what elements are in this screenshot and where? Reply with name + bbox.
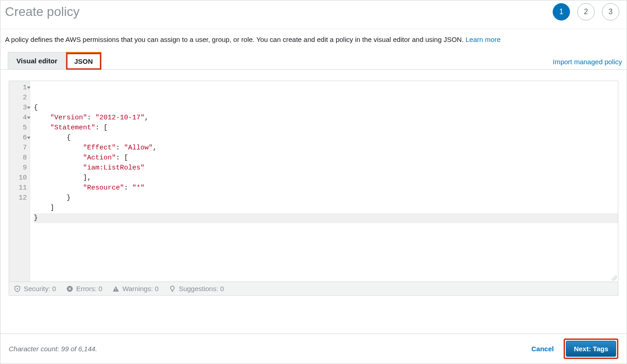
svg-point-0 bbox=[17, 288, 17, 288]
line-number: 11 bbox=[9, 183, 27, 193]
create-policy-page: Create policy 1 2 3 A policy defines the… bbox=[0, 0, 627, 364]
status-errors[interactable]: Errors: 0 bbox=[66, 285, 103, 292]
status-warnings[interactable]: Warnings: 0 bbox=[112, 285, 158, 292]
line-number: 1 bbox=[9, 83, 27, 93]
next-tags-button[interactable]: Next: Tags bbox=[566, 341, 616, 357]
svg-rect-2 bbox=[116, 288, 116, 290]
cancel-button[interactable]: Cancel bbox=[528, 342, 557, 355]
code-editor[interactable]: 123456789101112 { "Version": "2012-10-17… bbox=[9, 81, 618, 282]
shield-icon bbox=[14, 285, 21, 292]
code-line[interactable]: "Effect": "Allow", bbox=[34, 143, 618, 153]
code-line[interactable]: } bbox=[34, 193, 618, 203]
editor-status-bar: Security: 0 Errors: 0 Warnings: 0 Sugges… bbox=[9, 282, 618, 296]
code-line[interactable]: "Version": "2012-10-17", bbox=[34, 113, 618, 123]
code-line[interactable]: ], bbox=[34, 173, 618, 183]
code-line[interactable]: { bbox=[34, 103, 618, 113]
warning-icon bbox=[112, 285, 119, 292]
resize-handle[interactable] bbox=[611, 274, 617, 281]
step-3[interactable]: 3 bbox=[602, 3, 619, 21]
code-line[interactable]: "iam:ListRoles" bbox=[34, 163, 618, 173]
step-1[interactable]: 1 bbox=[553, 3, 570, 21]
line-number: 3 bbox=[9, 103, 27, 113]
line-number: 9 bbox=[9, 163, 27, 173]
json-editor: 123456789101112 { "Version": "2012-10-17… bbox=[9, 81, 618, 282]
code-line[interactable]: "Action": [ bbox=[34, 153, 618, 163]
line-number: 8 bbox=[9, 153, 27, 163]
next-button-highlight: Next: Tags bbox=[564, 338, 618, 359]
tab-visual-editor[interactable]: Visual editor bbox=[8, 52, 66, 69]
line-number: 10 bbox=[9, 173, 27, 183]
character-count: Character count: 99 of 6,144. bbox=[9, 345, 97, 353]
line-number: 7 bbox=[9, 143, 27, 153]
status-suggestions-label: Suggestions: 0 bbox=[179, 285, 224, 292]
status-errors-label: Errors: 0 bbox=[76, 285, 103, 292]
code-line[interactable]: } bbox=[34, 213, 618, 223]
line-number: 12 bbox=[9, 193, 27, 203]
step-indicator: 1 2 3 bbox=[553, 3, 619, 21]
line-number: 6 bbox=[9, 133, 27, 143]
status-warnings-label: Warnings: 0 bbox=[122, 285, 158, 292]
line-number: 4 bbox=[9, 113, 27, 123]
status-security[interactable]: Security: 0 bbox=[14, 285, 56, 292]
code-line[interactable]: ] bbox=[34, 203, 618, 213]
page-header: Create policy 1 2 3 bbox=[0, 0, 627, 29]
status-suggestions[interactable]: Suggestions: 0 bbox=[169, 285, 224, 292]
editor-tabs: Visual editor JSON bbox=[8, 51, 101, 69]
code-line[interactable]: "Statement": [ bbox=[34, 123, 618, 133]
line-number: 2 bbox=[9, 93, 27, 103]
footer-actions: Cancel Next: Tags bbox=[528, 338, 618, 359]
page-title: Create policy bbox=[5, 5, 79, 19]
page-footer: Character count: 99 of 6,144. Cancel Nex… bbox=[0, 333, 627, 364]
learn-more-link[interactable]: Learn more bbox=[466, 36, 501, 43]
code-line[interactable]: "Resource": "*" bbox=[34, 183, 618, 193]
tab-json[interactable]: JSON bbox=[66, 52, 102, 70]
description-text: A policy defines the AWS permissions tha… bbox=[5, 36, 466, 43]
line-number-gutter: 123456789101112 bbox=[9, 81, 30, 282]
status-security-label: Security: 0 bbox=[24, 285, 56, 292]
tabs-row: Visual editor JSON Import managed policy bbox=[0, 51, 627, 70]
line-number: 5 bbox=[9, 123, 27, 133]
code-area[interactable]: { "Version": "2012-10-17", "Statement": … bbox=[30, 81, 618, 282]
error-icon bbox=[66, 285, 73, 292]
step-2[interactable]: 2 bbox=[577, 3, 595, 21]
import-managed-policy-link[interactable]: Import managed policy bbox=[553, 58, 622, 69]
page-description: A policy defines the AWS permissions tha… bbox=[0, 29, 627, 47]
lightbulb-icon bbox=[169, 285, 176, 292]
code-line[interactable]: { bbox=[34, 133, 618, 143]
svg-rect-3 bbox=[116, 290, 116, 291]
